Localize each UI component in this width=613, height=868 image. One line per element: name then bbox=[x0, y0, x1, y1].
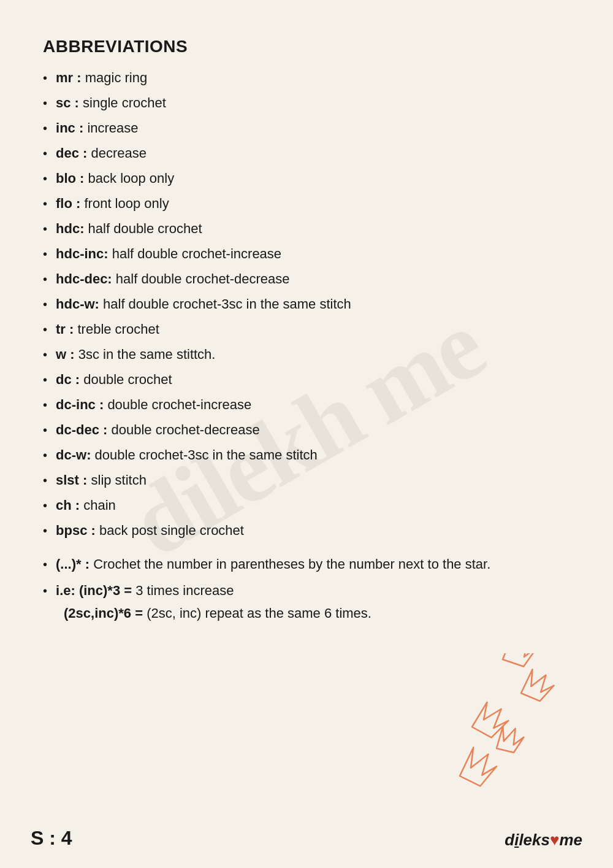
list-item: • ch : chain bbox=[43, 495, 570, 515]
content: ABBREVIATIONS • mr : magic ring • sc : s… bbox=[43, 37, 570, 623]
list-item: • (...)* : Crochet the number in parenth… bbox=[43, 554, 570, 574]
bullet-icon: • bbox=[43, 220, 47, 238]
bullet-icon: • bbox=[43, 371, 47, 389]
bullet-icon: • bbox=[43, 421, 47, 439]
list-item: • hdc: half double crochet bbox=[43, 218, 570, 239]
example-2: (2sc,inc)*6 = (2sc, inc) repeat as the s… bbox=[43, 603, 371, 623]
decorative-arrows bbox=[392, 653, 576, 807]
list-item: • tr : treble crochet bbox=[43, 319, 570, 339]
abbreviations-list: • mr : magic ring • sc : single crochet … bbox=[43, 67, 570, 540]
bullet-icon: • bbox=[43, 270, 47, 288]
page-indicator: S : 4 bbox=[31, 827, 72, 850]
list-item: • bpsc : back post single crochet bbox=[43, 520, 570, 540]
bullet-icon: • bbox=[43, 345, 47, 364]
bullet-icon: • bbox=[43, 194, 47, 213]
page: dilekh me ABBREVIATIONS • mr : magic rin… bbox=[0, 0, 613, 868]
extra-section: • (...)* : Crochet the number in parenth… bbox=[43, 554, 570, 623]
brand-prefix: dileks bbox=[504, 831, 550, 849]
bullet-icon: • bbox=[43, 496, 47, 515]
bullet-icon: • bbox=[43, 69, 47, 87]
heart-icon: ♥ bbox=[550, 831, 559, 849]
list-item: • dec : decrease bbox=[43, 143, 570, 163]
bullet-icon: • bbox=[43, 144, 47, 163]
bullet-icon: • bbox=[43, 396, 47, 414]
list-item: • w : 3sc in the same stittch. bbox=[43, 344, 570, 364]
bullet-icon: • bbox=[43, 169, 47, 188]
bullet-icon: • bbox=[43, 320, 47, 339]
list-item: • dc-w: double crochet-3sc in the same s… bbox=[43, 445, 570, 465]
list-item: • inc : increase bbox=[43, 118, 570, 138]
list-item: • hdc-dec: half double crochet-decrease bbox=[43, 269, 570, 289]
brand: dileks♥me bbox=[504, 831, 582, 850]
bullet-icon: • bbox=[43, 521, 47, 540]
footer: S : 4 dileks♥me bbox=[0, 827, 613, 850]
bullet-icon: • bbox=[43, 94, 47, 112]
page-title: ABBREVIATIONS bbox=[43, 37, 570, 56]
extra-text: (...)* : Crochet the number in parenthes… bbox=[56, 554, 490, 574]
bullet-icon: • bbox=[43, 582, 47, 600]
list-item: • blo : back loop only bbox=[43, 168, 570, 188]
bullet-icon: • bbox=[43, 446, 47, 464]
list-item: • dc-inc : double crochet-increase bbox=[43, 394, 570, 415]
bullet-icon: • bbox=[43, 295, 47, 313]
example-1: i.e: (inc)*3 = 3 times increase bbox=[56, 580, 234, 601]
bullet-icon: • bbox=[43, 245, 47, 263]
list-item: • mr : magic ring bbox=[43, 67, 570, 88]
list-item: • hdc-inc: half double crochet-increase bbox=[43, 244, 570, 264]
list-item: • sc : single crochet bbox=[43, 93, 570, 113]
list-item: • flo : front loop only bbox=[43, 193, 570, 213]
list-item: • i.e: (inc)*3 = 3 times increase (2sc,i… bbox=[43, 580, 570, 623]
bullet-icon: • bbox=[43, 471, 47, 490]
list-item: • hdc-w: half double crochet-3sc in the … bbox=[43, 294, 570, 314]
list-item: • slst : slip stitch bbox=[43, 470, 570, 490]
bullet-icon: • bbox=[43, 555, 47, 574]
list-item: • dc : double crochet bbox=[43, 369, 570, 390]
list-item: • dc-dec : double crochet-decrease bbox=[43, 420, 570, 440]
brand-suffix: me bbox=[559, 831, 582, 849]
bullet-icon: • bbox=[43, 119, 47, 137]
